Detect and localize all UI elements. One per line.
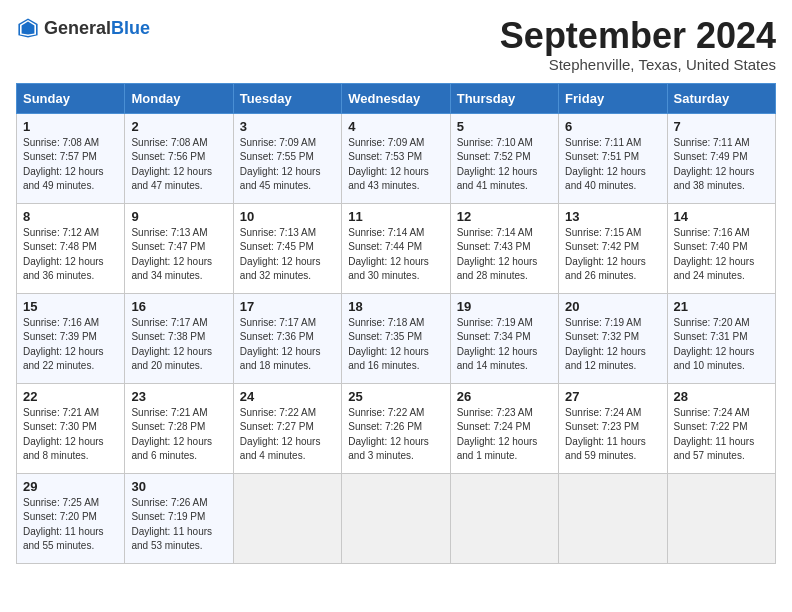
calendar-week-row: 22Sunrise: 7:21 AM Sunset: 7:30 PM Dayli… [17, 383, 776, 473]
day-number: 27 [565, 389, 660, 404]
table-row: 10Sunrise: 7:13 AM Sunset: 7:45 PM Dayli… [233, 203, 341, 293]
day-number: 4 [348, 119, 443, 134]
day-info: Sunrise: 7:26 AM Sunset: 7:19 PM Dayligh… [131, 496, 226, 554]
day-number: 22 [23, 389, 118, 404]
day-number: 12 [457, 209, 552, 224]
day-number: 30 [131, 479, 226, 494]
logo-icon [16, 16, 40, 40]
table-row [342, 473, 450, 563]
header-thursday: Thursday [450, 83, 558, 113]
day-info: Sunrise: 7:13 AM Sunset: 7:47 PM Dayligh… [131, 226, 226, 284]
table-row: 25Sunrise: 7:22 AM Sunset: 7:26 PM Dayli… [342, 383, 450, 473]
header-monday: Monday [125, 83, 233, 113]
table-row: 20Sunrise: 7:19 AM Sunset: 7:32 PM Dayli… [559, 293, 667, 383]
day-number: 10 [240, 209, 335, 224]
table-row: 3Sunrise: 7:09 AM Sunset: 7:55 PM Daylig… [233, 113, 341, 203]
header-wednesday: Wednesday [342, 83, 450, 113]
day-number: 11 [348, 209, 443, 224]
table-row: 26Sunrise: 7:23 AM Sunset: 7:24 PM Dayli… [450, 383, 558, 473]
day-info: Sunrise: 7:25 AM Sunset: 7:20 PM Dayligh… [23, 496, 118, 554]
day-info: Sunrise: 7:10 AM Sunset: 7:52 PM Dayligh… [457, 136, 552, 194]
day-info: Sunrise: 7:21 AM Sunset: 7:30 PM Dayligh… [23, 406, 118, 464]
day-number: 15 [23, 299, 118, 314]
table-row: 17Sunrise: 7:17 AM Sunset: 7:36 PM Dayli… [233, 293, 341, 383]
day-info: Sunrise: 7:20 AM Sunset: 7:31 PM Dayligh… [674, 316, 769, 374]
day-number: 18 [348, 299, 443, 314]
day-info: Sunrise: 7:08 AM Sunset: 7:57 PM Dayligh… [23, 136, 118, 194]
header-sunday: Sunday [17, 83, 125, 113]
day-info: Sunrise: 7:09 AM Sunset: 7:55 PM Dayligh… [240, 136, 335, 194]
day-number: 8 [23, 209, 118, 224]
day-number: 20 [565, 299, 660, 314]
table-row: 1Sunrise: 7:08 AM Sunset: 7:57 PM Daylig… [17, 113, 125, 203]
table-row: 11Sunrise: 7:14 AM Sunset: 7:44 PM Dayli… [342, 203, 450, 293]
table-row: 8Sunrise: 7:12 AM Sunset: 7:48 PM Daylig… [17, 203, 125, 293]
table-row: 18Sunrise: 7:18 AM Sunset: 7:35 PM Dayli… [342, 293, 450, 383]
day-info: Sunrise: 7:21 AM Sunset: 7:28 PM Dayligh… [131, 406, 226, 464]
table-row [559, 473, 667, 563]
day-number: 7 [674, 119, 769, 134]
table-row: 16Sunrise: 7:17 AM Sunset: 7:38 PM Dayli… [125, 293, 233, 383]
day-info: Sunrise: 7:11 AM Sunset: 7:49 PM Dayligh… [674, 136, 769, 194]
day-info: Sunrise: 7:17 AM Sunset: 7:36 PM Dayligh… [240, 316, 335, 374]
day-info: Sunrise: 7:13 AM Sunset: 7:45 PM Dayligh… [240, 226, 335, 284]
day-number: 21 [674, 299, 769, 314]
day-info: Sunrise: 7:16 AM Sunset: 7:39 PM Dayligh… [23, 316, 118, 374]
header-friday: Friday [559, 83, 667, 113]
calendar-week-row: 8Sunrise: 7:12 AM Sunset: 7:48 PM Daylig… [17, 203, 776, 293]
header: GeneralBlue September 2024 Stephenville,… [16, 16, 776, 73]
table-row: 30Sunrise: 7:26 AM Sunset: 7:19 PM Dayli… [125, 473, 233, 563]
day-info: Sunrise: 7:09 AM Sunset: 7:53 PM Dayligh… [348, 136, 443, 194]
location: Stephenville, Texas, United States [500, 56, 776, 73]
day-info: Sunrise: 7:18 AM Sunset: 7:35 PM Dayligh… [348, 316, 443, 374]
day-number: 25 [348, 389, 443, 404]
day-number: 9 [131, 209, 226, 224]
table-row: 5Sunrise: 7:10 AM Sunset: 7:52 PM Daylig… [450, 113, 558, 203]
day-info: Sunrise: 7:14 AM Sunset: 7:44 PM Dayligh… [348, 226, 443, 284]
day-number: 6 [565, 119, 660, 134]
day-info: Sunrise: 7:17 AM Sunset: 7:38 PM Dayligh… [131, 316, 226, 374]
day-info: Sunrise: 7:11 AM Sunset: 7:51 PM Dayligh… [565, 136, 660, 194]
calendar-week-row: 1Sunrise: 7:08 AM Sunset: 7:57 PM Daylig… [17, 113, 776, 203]
day-number: 26 [457, 389, 552, 404]
day-info: Sunrise: 7:15 AM Sunset: 7:42 PM Dayligh… [565, 226, 660, 284]
table-row [233, 473, 341, 563]
day-number: 29 [23, 479, 118, 494]
day-info: Sunrise: 7:22 AM Sunset: 7:26 PM Dayligh… [348, 406, 443, 464]
day-number: 23 [131, 389, 226, 404]
title-area: September 2024 Stephenville, Texas, Unit… [500, 16, 776, 73]
table-row: 23Sunrise: 7:21 AM Sunset: 7:28 PM Dayli… [125, 383, 233, 473]
day-info: Sunrise: 7:24 AM Sunset: 7:22 PM Dayligh… [674, 406, 769, 464]
day-number: 24 [240, 389, 335, 404]
day-info: Sunrise: 7:19 AM Sunset: 7:34 PM Dayligh… [457, 316, 552, 374]
day-number: 3 [240, 119, 335, 134]
day-info: Sunrise: 7:22 AM Sunset: 7:27 PM Dayligh… [240, 406, 335, 464]
calendar-table: Sunday Monday Tuesday Wednesday Thursday… [16, 83, 776, 564]
table-row: 12Sunrise: 7:14 AM Sunset: 7:43 PM Dayli… [450, 203, 558, 293]
day-info: Sunrise: 7:14 AM Sunset: 7:43 PM Dayligh… [457, 226, 552, 284]
day-info: Sunrise: 7:19 AM Sunset: 7:32 PM Dayligh… [565, 316, 660, 374]
header-tuesday: Tuesday [233, 83, 341, 113]
day-number: 17 [240, 299, 335, 314]
day-info: Sunrise: 7:08 AM Sunset: 7:56 PM Dayligh… [131, 136, 226, 194]
header-saturday: Saturday [667, 83, 775, 113]
day-number: 2 [131, 119, 226, 134]
table-row: 2Sunrise: 7:08 AM Sunset: 7:56 PM Daylig… [125, 113, 233, 203]
day-number: 1 [23, 119, 118, 134]
day-info: Sunrise: 7:12 AM Sunset: 7:48 PM Dayligh… [23, 226, 118, 284]
table-row: 27Sunrise: 7:24 AM Sunset: 7:23 PM Dayli… [559, 383, 667, 473]
day-info: Sunrise: 7:16 AM Sunset: 7:40 PM Dayligh… [674, 226, 769, 284]
table-row: 6Sunrise: 7:11 AM Sunset: 7:51 PM Daylig… [559, 113, 667, 203]
weekday-header-row: Sunday Monday Tuesday Wednesday Thursday… [17, 83, 776, 113]
table-row: 4Sunrise: 7:09 AM Sunset: 7:53 PM Daylig… [342, 113, 450, 203]
table-row: 19Sunrise: 7:19 AM Sunset: 7:34 PM Dayli… [450, 293, 558, 383]
day-info: Sunrise: 7:24 AM Sunset: 7:23 PM Dayligh… [565, 406, 660, 464]
day-number: 13 [565, 209, 660, 224]
day-number: 16 [131, 299, 226, 314]
table-row: 29Sunrise: 7:25 AM Sunset: 7:20 PM Dayli… [17, 473, 125, 563]
table-row [450, 473, 558, 563]
table-row: 24Sunrise: 7:22 AM Sunset: 7:27 PM Dayli… [233, 383, 341, 473]
day-number: 5 [457, 119, 552, 134]
table-row: 28Sunrise: 7:24 AM Sunset: 7:22 PM Dayli… [667, 383, 775, 473]
table-row: 21Sunrise: 7:20 AM Sunset: 7:31 PM Dayli… [667, 293, 775, 383]
